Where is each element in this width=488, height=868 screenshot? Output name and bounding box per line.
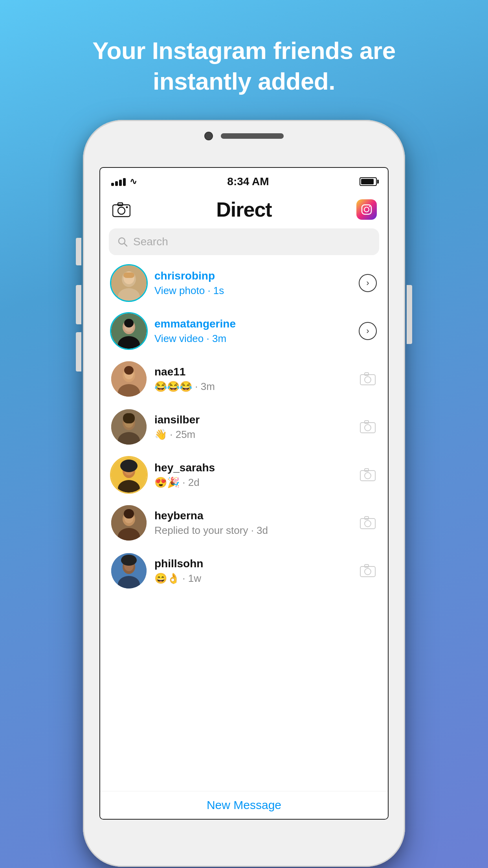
message-item[interactable]: phillsohn 😄👌 · 1w xyxy=(100,547,388,595)
avatar xyxy=(111,409,147,445)
power-button xyxy=(407,285,412,344)
status-time: 8:34 AM xyxy=(227,175,269,188)
app-header: Direct xyxy=(100,190,388,228)
avatar xyxy=(111,505,147,541)
message-content: chrisrobinp View photo · 1s xyxy=(154,268,351,298)
avatar-face xyxy=(111,553,147,588)
svg-rect-47 xyxy=(124,509,134,519)
phone-mockup: ∿ 8:34 AM Direct xyxy=(83,120,405,867)
message-item[interactable]: chrisrobinp View photo · 1s › xyxy=(100,259,388,307)
signal-bar-1 xyxy=(111,183,114,186)
phone-screen: ∿ 8:34 AM Direct xyxy=(99,167,389,820)
message-username: emmatangerine xyxy=(154,316,351,331)
svg-rect-31 xyxy=(123,413,135,423)
svg-point-41 xyxy=(365,473,371,479)
avatar-face xyxy=(111,361,147,397)
instagram-logo[interactable] xyxy=(356,199,377,220)
volume-down-button xyxy=(76,332,81,371)
message-preview: View video · 3m xyxy=(154,331,351,346)
message-content: phillsohn 😄👌 · 1w xyxy=(154,556,351,586)
message-preview: 👋 · 25m xyxy=(154,427,351,441)
signal-bars-icon xyxy=(111,177,126,186)
screen-content: ∿ 8:34 AM Direct xyxy=(100,168,388,819)
chevron-icon: › xyxy=(359,274,377,292)
volume-up-button xyxy=(76,285,81,324)
avatar xyxy=(111,553,147,588)
camera-outline-icon xyxy=(359,466,377,484)
svg-rect-24 xyxy=(360,375,375,385)
message-item[interactable]: heyberna Replied to your story · 3d xyxy=(100,499,388,547)
speaker xyxy=(221,133,284,139)
signal-bar-3 xyxy=(119,180,122,186)
svg-rect-40 xyxy=(360,471,375,481)
svg-rect-2 xyxy=(118,203,123,206)
status-left: ∿ xyxy=(111,177,137,187)
avatar-ring xyxy=(110,312,148,350)
svg-rect-56 xyxy=(360,566,375,577)
message-content: hey_sarahs 😍🎉 · 2d xyxy=(154,460,351,490)
avatar-wrapper xyxy=(111,313,147,349)
avatar-wrapper xyxy=(111,409,147,445)
new-message-bar[interactable]: New Message xyxy=(100,791,388,819)
message-action[interactable] xyxy=(359,562,377,580)
avatar-wrapper xyxy=(111,457,147,493)
message-username: phillsohn xyxy=(154,556,351,571)
svg-point-49 xyxy=(365,520,371,527)
message-item[interactable]: nae11 😂😂😂 · 3m xyxy=(100,355,388,403)
svg-point-57 xyxy=(365,568,371,575)
status-bar: ∿ 8:34 AM xyxy=(100,168,388,190)
message-preview: View photo · 1s xyxy=(154,283,351,298)
message-preview: 😍🎉 · 2d xyxy=(154,475,351,489)
search-icon xyxy=(117,237,128,247)
wifi-icon: ∿ xyxy=(130,177,137,187)
avatar-wrapper xyxy=(111,265,147,301)
message-preview: 😄👌 · 1w xyxy=(154,571,351,585)
new-message-button[interactable]: New Message xyxy=(207,798,281,811)
avatar-wrapper xyxy=(111,505,147,541)
message-action[interactable] xyxy=(359,418,377,436)
chevron-icon: › xyxy=(359,322,377,340)
svg-point-25 xyxy=(365,377,371,383)
svg-point-55 xyxy=(121,555,137,566)
svg-rect-23 xyxy=(124,366,134,375)
camera-outline-icon xyxy=(359,514,377,532)
message-action[interactable]: › xyxy=(359,274,377,292)
avatar-ring xyxy=(110,264,148,302)
signal-bar-2 xyxy=(115,181,118,186)
mute-button xyxy=(76,238,81,265)
camera-icon[interactable] xyxy=(111,199,132,220)
avatar-wrapper xyxy=(111,361,147,397)
message-action[interactable] xyxy=(359,466,377,484)
svg-line-8 xyxy=(124,243,127,246)
search-placeholder: Search xyxy=(133,235,168,248)
camera-outline-icon xyxy=(359,418,377,436)
svg-point-5 xyxy=(364,207,369,212)
svg-point-1 xyxy=(118,207,125,214)
headline-text: Your Instagram friends are instantly add… xyxy=(61,35,427,96)
message-action[interactable] xyxy=(359,370,377,388)
message-content: nae11 😂😂😂 · 3m xyxy=(154,364,351,394)
avatar-face xyxy=(111,505,147,541)
message-list: chrisrobinp View photo · 1s › xyxy=(100,259,388,819)
avatar-ring-yellow xyxy=(110,456,148,494)
phone-top-notch xyxy=(204,132,284,140)
message-action[interactable]: › xyxy=(359,322,377,340)
message-preview: 😂😂😂 · 3m xyxy=(154,379,351,394)
message-action[interactable] xyxy=(359,514,377,532)
svg-point-6 xyxy=(369,206,370,207)
message-item[interactable]: hey_sarahs 😍🎉 · 2d xyxy=(100,451,388,499)
message-username: iansilber xyxy=(154,412,351,427)
svg-point-3 xyxy=(126,206,128,208)
message-item[interactable]: emmatangerine View video · 3m › xyxy=(100,307,388,355)
message-content: emmatangerine View video · 3m xyxy=(154,316,351,346)
avatar-wrapper xyxy=(111,553,147,588)
message-item[interactable]: iansilber 👋 · 25m xyxy=(100,403,388,451)
signal-bar-4 xyxy=(123,178,126,186)
avatar-face xyxy=(111,409,147,445)
battery-icon xyxy=(360,177,377,186)
message-preview: Replied to your story · 3d xyxy=(154,523,351,537)
search-bar[interactable]: Search xyxy=(109,228,379,255)
svg-rect-48 xyxy=(360,519,375,529)
camera-outline-icon xyxy=(359,370,377,388)
svg-rect-32 xyxy=(360,423,375,433)
